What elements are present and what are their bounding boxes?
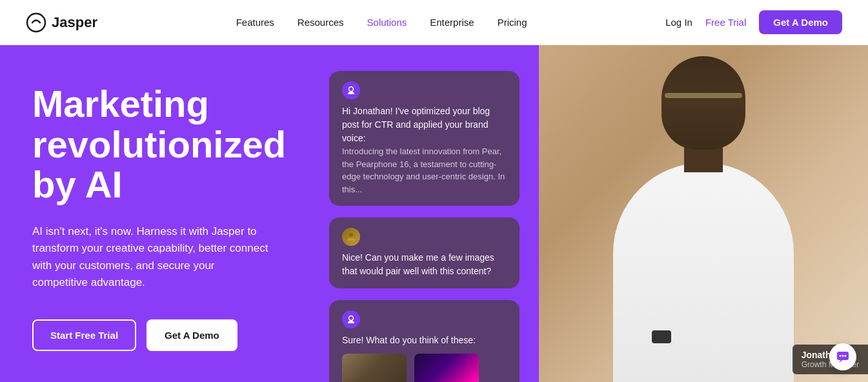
user-avatar: [342, 228, 360, 246]
hero-title: Marketing revolutionized by AI: [32, 84, 278, 205]
chat-support-icon: [836, 350, 850, 364]
chat-bubble-1-subtext: Introducing the latest innovation from P…: [342, 145, 507, 196]
nav-solutions[interactable]: Solutions: [367, 17, 407, 28]
logo-text: Jasper: [52, 14, 97, 31]
svg-point-5: [840, 355, 842, 357]
hero-right: Hi Jonathan! I've optimized your blog po…: [310, 45, 868, 382]
free-trial-link[interactable]: Free Trial: [705, 17, 746, 28]
nav-right: Log In Free Trial Get A Demo: [665, 10, 842, 34]
hero-left: Marketing revolutionized by AI AI isn't …: [0, 45, 310, 382]
chat-bubble-2-header: [342, 228, 507, 246]
chat-support-button[interactable]: [829, 343, 856, 370]
svg-point-1: [349, 87, 354, 92]
jasper-ai-icon-2: [342, 310, 360, 328]
chat-image-1: [342, 354, 407, 382]
hero-description: AI isn't next, it's now. Harness it with…: [32, 223, 271, 291]
chat-image-2: [414, 354, 479, 382]
chat-bubble-2: Nice! Can you make me a few images that …: [329, 217, 520, 288]
svg-point-2: [349, 233, 353, 237]
hero-buttons: Start Free Trial Get A Demo: [32, 319, 278, 351]
navbar: Jasper Features Resources Solutions Ente…: [0, 0, 868, 45]
chat-bubble-3: Sure! What do you think of these:: [329, 300, 520, 382]
chat-images: [342, 354, 507, 382]
hero-section: Marketing revolutionized by AI AI isn't …: [0, 45, 868, 382]
login-button[interactable]: Log In: [665, 17, 692, 28]
chat-bubble-1-header: [342, 81, 507, 99]
get-demo-button[interactable]: Get A Demo: [759, 10, 842, 34]
nav-resources[interactable]: Resources: [298, 17, 344, 28]
chat-bubble-3-header: [342, 310, 507, 328]
chat-bubble-2-text: Nice! Can you make me a few images that …: [342, 251, 507, 278]
chat-bubble-1-text: Hi Jonathan! I've optimized your blog po…: [342, 105, 507, 145]
chat-area: Hi Jonathan! I've optimized your blog po…: [310, 58, 539, 382]
nav-enterprise[interactable]: Enterprise: [430, 17, 474, 28]
logo[interactable]: Jasper: [26, 12, 97, 33]
jasper-ai-icon-1: [342, 81, 360, 99]
svg-point-0: [27, 14, 45, 32]
nav-features[interactable]: Features: [236, 17, 274, 28]
svg-point-7: [845, 355, 847, 357]
start-free-trial-button[interactable]: Start Free Trial: [32, 319, 136, 351]
nav-pricing[interactable]: Pricing: [498, 17, 527, 28]
hero-person-image: Jonathan Growth Marketer: [539, 45, 868, 382]
svg-point-6: [842, 355, 844, 357]
svg-point-3: [349, 316, 354, 321]
jasper-logo-icon: [26, 12, 46, 33]
chat-bubble-3-text: Sure! What do you think of these:: [342, 334, 507, 347]
chat-bubble-1: Hi Jonathan! I've optimized your blog po…: [329, 71, 520, 206]
nav-links: Features Resources Solutions Enterprise …: [236, 17, 527, 28]
get-demo-hero-button[interactable]: Get A Demo: [146, 319, 237, 351]
